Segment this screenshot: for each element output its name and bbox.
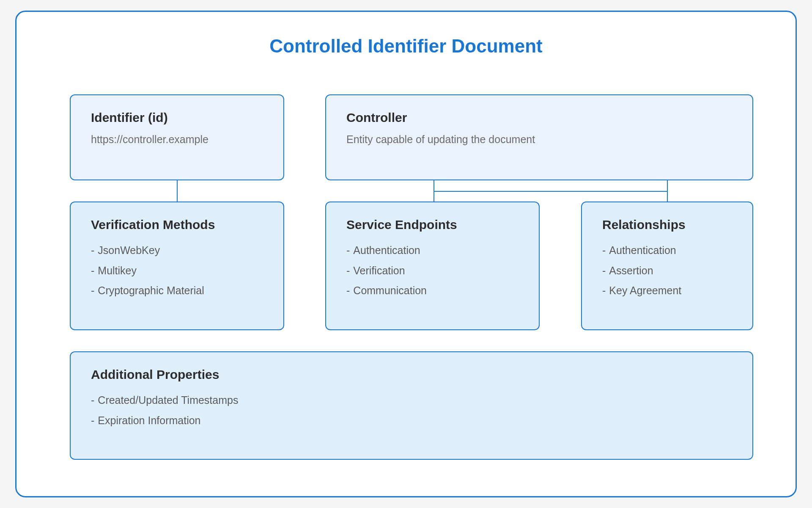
service-endpoints-list: -Authentication -Verification -Communica… [346,240,518,301]
list-item: -Cryptographic Material [91,281,263,301]
identifier-box: Identifier (id) https://controller.examp… [70,94,284,180]
verification-methods-heading: Verification Methods [91,218,263,232]
controller-description: Entity capable of updating the document [346,132,732,148]
connector-controller-to-relationships [667,180,668,202]
controller-heading: Controller [346,110,732,125]
service-endpoints-box: Service Endpoints -Authentication -Verif… [325,202,540,330]
verification-methods-box: Verification Methods -JsonWebKey -Multik… [70,202,284,330]
list-item: -Multikey [91,261,263,281]
list-item: -Key Agreement [602,281,732,301]
list-item: -Authentication [602,240,732,261]
list-item: -Verification [346,261,518,281]
relationships-box: Relationships -Authentication -Assertion… [581,202,753,330]
controller-box: Controller Entity capable of updating th… [325,94,753,180]
additional-properties-list: -Created/Updated Timestamps -Expiration … [91,390,732,431]
verification-methods-list: -JsonWebKey -Multikey -Cryptographic Mat… [91,240,263,301]
list-item: -JsonWebKey [91,240,263,261]
diagram-title: Controlled Identifier Document [16,36,796,57]
additional-properties-heading: Additional Properties [91,367,732,382]
connector-identifier-to-verification [177,180,178,202]
identifier-value: https://controller.example [91,132,263,148]
relationships-heading: Relationships [602,218,732,232]
list-item: -Authentication [346,240,518,261]
relationships-list: -Authentication -Assertion -Key Agreemen… [602,240,732,301]
list-item: -Communication [346,281,518,301]
identifier-heading: Identifier (id) [91,110,263,125]
controlled-identifier-diagram: Controlled Identifier Document Identifie… [15,11,797,497]
list-item: -Expiration Information [91,411,732,431]
additional-properties-box: Additional Properties -Created/Updated T… [70,351,753,460]
list-item: -Assertion [602,261,732,281]
service-endpoints-heading: Service Endpoints [346,218,518,232]
list-item: -Created/Updated Timestamps [91,390,732,411]
connector-controller-horizontal [433,191,668,192]
